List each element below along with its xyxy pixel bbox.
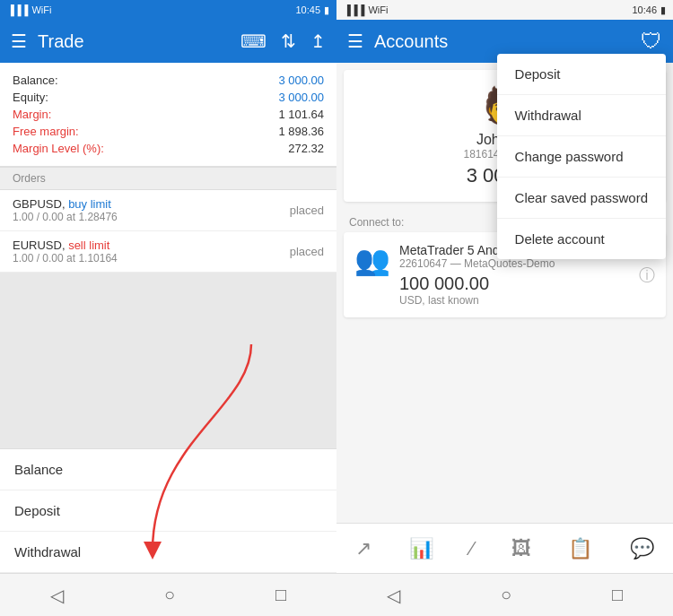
right-menu-icon[interactable]: ☰ [347, 30, 363, 52]
tab-inbox-icon[interactable]: 🖼 [511, 537, 531, 560]
demo-avatar: 👥 [354, 243, 390, 277]
order-eurusd-name: EURUSD, sell limit [13, 239, 118, 252]
equity-value: 3 000.00 [278, 91, 324, 104]
order-item-eurusd[interactable]: EURUSD, sell limit 1.00 / 0.00 at 1.1016… [0, 231, 336, 273]
equity-row: Equity: 3 000.00 [13, 89, 324, 106]
dropdown-delete-account[interactable]: Delete account [497, 219, 666, 259]
left-top-bar: ☰ Trade ⌨ ⇅ ↥ [0, 20, 336, 63]
right-battery-icon: ▮ [660, 4, 666, 16]
left-header-icons: ⌨ ⇅ ↥ [240, 30, 326, 52]
info-icon[interactable]: ⓘ [639, 265, 655, 286]
right-spacer [336, 325, 673, 523]
free-margin-label: Free margin: [13, 125, 79, 138]
tab-line-icon[interactable]: ∕ [470, 537, 474, 560]
left-nav-bar: ◁ ○ □ [0, 573, 336, 616]
demo-currency: USD, last known [399, 294, 630, 307]
order-gbpusd-sub: 1.00 / 0.00 at 1.28476 [13, 211, 118, 223]
keyboard-icon[interactable]: ⌨ [240, 30, 267, 52]
right-status-left: ▐▐▐ WiFi [344, 4, 388, 15]
order-gbpusd-name: GBPUSD, buy limit [13, 197, 118, 211]
left-time: 10:45 [295, 4, 320, 15]
balance-row: Balance: 3 000.00 [13, 72, 324, 89]
left-status-left: ▐▐▐ WiFi [7, 4, 51, 15]
margin-level-row: Margin Level (%): 272.32 [13, 140, 324, 157]
margin-level-label: Margin Level (%): [13, 142, 104, 155]
tab-candle-icon[interactable]: 📊 [409, 537, 433, 560]
dropdown-deposit[interactable]: Deposit [497, 54, 666, 95]
order-gbpusd-status: placed [290, 204, 324, 217]
wifi-icon: WiFi [31, 4, 51, 15]
transfer-icon[interactable]: ⇅ [281, 30, 296, 52]
left-nav-recent[interactable]: □ [275, 585, 286, 605]
free-margin-row: Free margin: 1 898.36 [13, 123, 324, 140]
left-nav-back[interactable]: ◁ [50, 585, 64, 606]
signal-icon: ▐▐▐ [7, 4, 28, 15]
order-gbpusd-desc: GBPUSD, buy limit 1.00 / 0.00 at 1.28476 [13, 197, 118, 223]
margin-value: 1 101.64 [278, 108, 324, 121]
bottom-menu-withdrawal[interactable]: Withdrawal [0, 532, 336, 573]
order-gbpusd-type: buy limit [68, 197, 111, 211]
tab-list-icon[interactable]: 📋 [568, 537, 592, 560]
export-icon[interactable]: ↥ [310, 30, 326, 52]
dropdown-withdrawal[interactable]: Withdrawal [497, 95, 666, 136]
right-nav-recent[interactable]: □ [612, 585, 623, 605]
arrow-area [0, 273, 336, 448]
left-menu-icon[interactable]: ☰ [11, 30, 27, 52]
left-title: Trade [38, 31, 230, 52]
orders-section-header: Orders [0, 167, 336, 190]
left-nav-home[interactable]: ○ [164, 585, 175, 605]
equity-label: Equity: [13, 91, 48, 104]
order-eurusd-sub: 1.00 / 0.00 at 1.10164 [13, 252, 118, 265]
orders-header-label: Orders [13, 172, 46, 185]
right-nav-back[interactable]: ◁ [387, 585, 400, 606]
dropdown-change-password[interactable]: Change password [497, 136, 666, 178]
demo-balance: 100 000.00 [399, 273, 630, 294]
bottom-menu: Balance Deposit Withdrawal [0, 448, 336, 573]
balance-value: 3 000.00 [278, 74, 324, 87]
left-status-right: 10:45 ▮ [295, 4, 329, 16]
right-nav-home[interactable]: ○ [501, 585, 511, 605]
right-time: 10:46 [632, 4, 657, 15]
tab-chat-icon[interactable]: 💬 [630, 537, 654, 560]
right-wifi-icon: WiFi [368, 4, 388, 15]
order-eurusd-desc: EURUSD, sell limit 1.00 / 0.00 at 1.1016… [13, 239, 118, 265]
right-status-bar: ▐▐▐ WiFi 10:46 ▮ [336, 0, 673, 20]
account-summary: Balance: 3 000.00 Equity: 3 000.00 Margi… [0, 63, 336, 167]
right-nav-bar: ◁ ○ □ [336, 573, 673, 616]
order-eurusd-status: placed [290, 245, 324, 258]
margin-label: Margin: [13, 108, 51, 121]
bottom-menu-deposit[interactable]: Deposit [0, 490, 336, 532]
bottom-menu-balance[interactable]: Balance [0, 449, 336, 490]
order-eurusd-type: sell limit [68, 239, 109, 252]
margin-row: Margin: 1 101.64 [13, 106, 324, 123]
free-margin-value: 1 898.36 [278, 125, 324, 138]
right-panel: ▐▐▐ WiFi 10:46 ▮ ☰ Accounts 🛡 🧑 John Sm … [336, 0, 673, 616]
right-status-right: 10:46 ▮ [632, 4, 666, 16]
right-tab-bar: ↗ 📊 ∕ 🖼 📋 💬 [336, 523, 673, 573]
left-panel: ▐▐▐ WiFi 10:45 ▮ ☰ Trade ⌨ ⇅ ↥ Balance: … [0, 0, 336, 616]
left-status-bar: ▐▐▐ WiFi 10:45 ▮ [0, 0, 336, 20]
margin-level-value: 272.32 [288, 142, 324, 155]
balance-label: Balance: [13, 74, 58, 87]
dropdown-clear-password[interactable]: Clear saved password [497, 178, 666, 219]
battery-icon: ▮ [324, 4, 329, 16]
tab-chart-icon[interactable]: ↗ [355, 537, 371, 560]
demo-meta: 22610647 — MetaQuotes-Demo [399, 257, 630, 270]
shield-icon[interactable]: 🛡 [641, 29, 662, 54]
order-item-gbpusd[interactable]: GBPUSD, buy limit 1.00 / 0.00 at 1.28476… [0, 190, 336, 231]
right-title: Accounts [374, 31, 630, 52]
right-signal-icon: ▐▐▐ [344, 4, 364, 15]
dropdown-menu: Deposit Withdrawal Change password Clear… [497, 54, 666, 259]
